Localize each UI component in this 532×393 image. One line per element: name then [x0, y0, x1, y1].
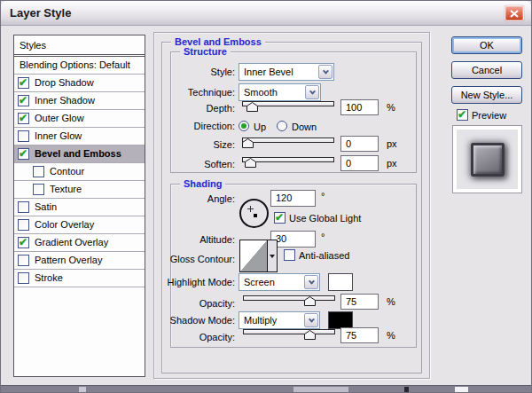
shadow-opacity-slider[interactable]: [243, 327, 335, 342]
texture-checkbox[interactable]: [33, 184, 44, 195]
satin-checkbox[interactable]: [18, 201, 29, 213]
slider-thumb[interactable]: [304, 330, 316, 340]
highlight-opacity-slider[interactable]: [243, 294, 335, 308]
chevron-down-icon: [322, 67, 328, 74]
contour-dropdown-button[interactable]: [267, 240, 277, 271]
style-item-contour[interactable]: Contour: [14, 163, 145, 181]
style-item-texture[interactable]: Texture: [14, 181, 145, 199]
outer-glow-checkbox[interactable]: [18, 113, 29, 124]
size-slider-track[interactable]: [242, 138, 334, 143]
highlight-color-swatch[interactable]: [328, 273, 353, 291]
slider-thumb[interactable]: [304, 296, 316, 306]
highlight-mode-label: Highlight Mode:: [155, 277, 235, 287]
ok-button[interactable]: OK: [451, 36, 522, 54]
styles-list-header: Styles: [14, 35, 145, 55]
highlight-opacity-unit: %: [387, 296, 395, 307]
style-item-drop-shadow[interactable]: Drop Shadow: [14, 75, 145, 92]
soften-label: Soften:: [155, 159, 235, 169]
background-window-fragment: [79, 387, 86, 393]
direction-up-label[interactable]: Up: [254, 122, 266, 132]
bevel-emboss-checkbox[interactable]: [18, 148, 29, 160]
layer-style-dialog: Layer Style Styles Blending Options: Def…: [0, 0, 532, 393]
style-select-button[interactable]: [318, 65, 332, 79]
pattern-overlay-checkbox[interactable]: [18, 255, 29, 266]
gradient-overlay-checkbox[interactable]: [18, 237, 29, 248]
technique-label: Technique:: [155, 87, 235, 98]
angle-label: Angle:: [155, 193, 235, 204]
style-item-stroke[interactable]: Stroke: [14, 270, 145, 287]
shadow-opacity-label: Opacity:: [155, 332, 235, 342]
anti-aliased-checkbox[interactable]: [284, 249, 295, 261]
shadow-mode-button[interactable]: [304, 313, 318, 327]
new-style-button[interactable]: New Style...: [451, 86, 522, 104]
inner-shadow-checkbox[interactable]: [18, 95, 29, 106]
direction-down-radio[interactable]: [277, 121, 287, 131]
chevron-down-icon: [309, 88, 315, 94]
size-slider[interactable]: [242, 136, 334, 150]
style-item-satin[interactable]: Satin: [14, 199, 145, 216]
color-overlay-checkbox[interactable]: [18, 219, 29, 231]
technique-select[interactable]: Smooth: [239, 83, 321, 101]
size-input[interactable]: 0: [340, 136, 379, 152]
slider-thumb[interactable]: [242, 138, 254, 148]
technique-select-button[interactable]: [305, 85, 319, 99]
highlight-mode-button[interactable]: [304, 275, 318, 289]
preview-checkbox[interactable]: [457, 109, 468, 121]
size-label: Size:: [155, 139, 235, 150]
style-preview-canvas: [457, 130, 518, 189]
altitude-label: Altitude:: [155, 234, 235, 245]
shadow-mode-value: Multiply: [244, 315, 277, 326]
style-item-color-overlay[interactable]: Color Overlay: [14, 216, 145, 234]
close-button[interactable]: [505, 5, 524, 21]
highlight-mode-select[interactable]: Screen: [239, 273, 320, 291]
soften-slider[interactable]: [242, 155, 334, 169]
background-window-strip: [1, 385, 532, 393]
style-item-bevel-and-emboss[interactable]: Bevel and Emboss: [14, 145, 145, 163]
angle-unit: °: [321, 191, 325, 201]
anti-aliased-label[interactable]: Anti-aliased: [299, 250, 349, 261]
style-item-blending-options[interactable]: Blending Options: Default: [14, 57, 145, 75]
slider-thumb[interactable]: [246, 102, 258, 112]
depth-input[interactable]: 100: [340, 99, 379, 115]
angle-input[interactable]: 120: [270, 190, 316, 207]
highlight-opacity-track[interactable]: [243, 295, 335, 301]
style-item-inner-shadow[interactable]: Inner Shadow: [14, 92, 145, 110]
soften-input[interactable]: 0: [340, 155, 379, 171]
triangle-down-icon: [270, 255, 275, 258]
depth-slider[interactable]: [242, 99, 334, 114]
use-global-light-label[interactable]: Use Global Light: [289, 213, 361, 224]
structure-group-title: Structure: [180, 46, 231, 57]
contour-checkbox[interactable]: [33, 166, 44, 177]
contour-thumbnail: [240, 240, 267, 271]
style-item-pattern-overlay[interactable]: Pattern Overlay: [14, 252, 145, 270]
highlight-mode-value: Screen: [244, 277, 275, 287]
gloss-contour-picker[interactable]: [239, 240, 278, 272]
direction-down-label[interactable]: Down: [292, 122, 317, 132]
shadow-opacity-input[interactable]: 75: [340, 327, 379, 343]
shadow-opacity-track[interactable]: [243, 329, 335, 334]
background-window-fragment: [455, 387, 468, 393]
style-item-outer-glow[interactable]: Outer Glow: [14, 110, 145, 128]
style-select[interactable]: Inner Bevel: [239, 63, 334, 81]
shadow-mode-label: Shadow Mode:: [155, 315, 235, 326]
shadow-mode-select[interactable]: Multiply: [239, 311, 320, 329]
cancel-button[interactable]: Cancel: [451, 61, 522, 79]
altitude-unit: °: [321, 232, 325, 242]
window-title: Layer Style: [10, 6, 71, 20]
highlight-opacity-input[interactable]: 75: [340, 294, 379, 310]
direction-up-radio[interactable]: [239, 121, 249, 131]
chevron-down-icon: [308, 278, 314, 284]
technique-select-value: Smooth: [244, 87, 278, 98]
stroke-checkbox[interactable]: [18, 272, 29, 284]
title-bar[interactable]: Layer Style: [1, 1, 531, 26]
angle-dial[interactable]: [239, 199, 269, 228]
preview-label[interactable]: Preview: [472, 110, 506, 121]
drop-shadow-checkbox[interactable]: [18, 77, 29, 89]
style-item-inner-glow[interactable]: Inner Glow: [14, 128, 145, 145]
inner-glow-checkbox[interactable]: [18, 130, 29, 142]
shadow-color-swatch[interactable]: [328, 311, 353, 329]
depth-unit: %: [387, 102, 395, 113]
use-global-light-checkbox[interactable]: [274, 212, 286, 224]
slider-thumb[interactable]: [245, 158, 256, 168]
style-item-gradient-overlay[interactable]: Gradient Overlay: [14, 234, 145, 252]
